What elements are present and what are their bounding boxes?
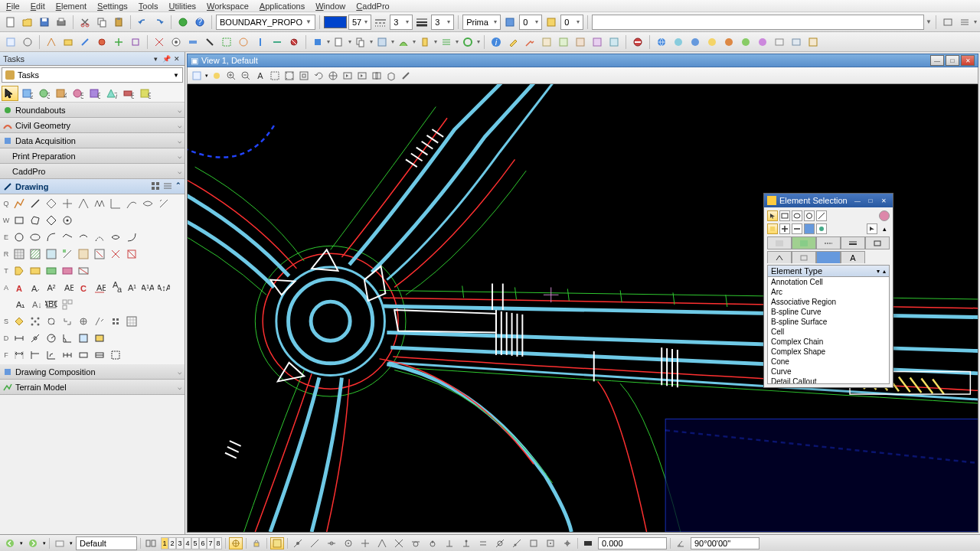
fill-icon[interactable] [502,15,518,30]
snap-toggle[interactable] [229,537,243,549]
clip-volume-button[interactable] [385,70,397,82]
tool[interactable] [124,196,139,211]
tool-btn[interactable] [789,34,804,50]
tool[interactable] [108,230,123,245]
view-toggle-1[interactable]: 1 [161,537,168,549]
tool[interactable]: A↓ [28,297,43,312]
tool-btn[interactable] [417,34,433,50]
tool[interactable] [28,314,43,329]
tool[interactable]: A↕A [156,280,172,295]
snap-multi1[interactable] [527,537,541,549]
zoom-in-button[interactable] [225,70,237,82]
lineweight-icon[interactable] [414,15,430,30]
tool[interactable] [124,246,139,262]
snap-midpoint[interactable] [325,537,338,549]
no-entry-icon[interactable] [630,34,645,50]
tool[interactable] [28,331,43,346]
lock-toggle[interactable] [250,537,263,549]
tool[interactable] [28,263,43,279]
sel-mode-shape[interactable] [792,210,802,221]
minimize-button[interactable]: — [930,55,944,66]
tool[interactable]: A¹A [140,280,155,295]
menu-window[interactable]: Window [315,2,345,11]
tool-btn[interactable] [185,34,201,50]
tool-btn[interactable] [286,34,302,50]
keyin-field[interactable] [592,15,924,30]
sel-mode-circle[interactable] [804,210,815,221]
view-toggle-2[interactable]: 2 [168,537,176,549]
tool-btn[interactable] [152,34,167,50]
tab-weight[interactable] [841,236,865,249]
copy-button[interactable] [94,15,109,30]
menu-file[interactable]: File [6,2,20,11]
sel-method-clear[interactable] [816,223,827,234]
pattern-tool[interactable] [11,246,27,262]
place-block-tool[interactable] [11,213,27,228]
paste-button[interactable] [111,15,126,30]
tool[interactable] [92,246,107,262]
close-icon[interactable]: ✕ [172,54,181,64]
list-item[interactable]: Detail Callout [768,377,889,384]
tool[interactable] [44,263,59,279]
print-button[interactable] [54,15,69,30]
tool[interactable] [92,331,107,346]
snap-keypoint[interactable] [291,537,305,549]
pan-view-button[interactable] [327,70,339,82]
snap-bisector[interactable] [375,537,389,549]
tool[interactable] [76,196,91,211]
tool[interactable] [44,196,59,211]
tab-color[interactable] [792,236,816,249]
tool-btn[interactable] [60,34,76,50]
tool[interactable] [124,230,139,245]
tag-tool[interactable] [11,263,27,279]
task-category-civil-geometry[interactable]: Civil Geometry⌵ [0,118,185,133]
tab-textstyle[interactable] [816,251,841,263]
tool-btn[interactable] [128,34,143,50]
zoom-out-button[interactable] [240,70,252,82]
undo-button[interactable] [135,15,150,30]
list-item[interactable]: Complex Chain [768,337,889,347]
active-level-dropdown[interactable]: BOUNDARY_PROPO▼ [216,15,315,30]
accudraw-toggle[interactable] [270,537,284,549]
fit-view-button[interactable] [283,70,296,82]
tool-btn[interactable] [721,34,737,50]
tool-btn[interactable] [606,34,622,50]
tool[interactable] [92,347,107,363]
list-item[interactable]: Cell [768,327,889,337]
models-button[interactable] [53,537,67,549]
pin-icon[interactable]: ▾ [151,54,160,64]
tool-btn[interactable] [772,34,787,50]
tool-btn[interactable] [590,34,605,50]
place-line-tool[interactable] [28,196,43,211]
tool[interactable] [60,297,75,312]
tool[interactable] [76,347,91,363]
task-category-roundabouts[interactable]: Roundabouts⌵ [0,103,185,118]
tool[interactable]: A [254,70,266,82]
view-group-button[interactable] [144,537,158,549]
task-category-print-preparation[interactable]: Print Preparation⌵ [0,148,185,164]
snap-origin[interactable] [358,537,372,549]
menu-tools[interactable]: Tools [139,2,158,11]
view-toggle-4[interactable]: 4 [184,537,191,549]
tool-num-8[interactable]: 8 [119,86,136,101]
tab-template[interactable] [792,251,816,263]
tool-num-6[interactable]: 6 [86,86,103,101]
snap-perp[interactable] [443,537,456,549]
tool[interactable] [60,263,75,279]
menu-utilities[interactable]: Utilities [169,2,196,11]
view-toggle-8[interactable]: 8 [214,537,222,549]
measure-distance-tool[interactable] [11,331,27,346]
snap-point-on[interactable] [510,537,524,549]
snap-nearest[interactable] [308,537,322,549]
hatch-tool[interactable] [28,246,43,262]
tool[interactable] [124,314,139,329]
tool-num-4[interactable]: 4 [52,86,69,101]
tasks-combo[interactable]: Tasks ▼ [2,67,183,83]
active-color-swatch[interactable] [324,16,347,28]
close-button[interactable]: ✕ [961,55,975,66]
list-item[interactable]: Associative Region [768,297,889,307]
tab-style[interactable] [816,236,841,249]
tool-btn[interactable] [3,34,18,50]
nav-fwd-button[interactable] [26,537,40,549]
sel-mode-line[interactable] [816,210,827,221]
